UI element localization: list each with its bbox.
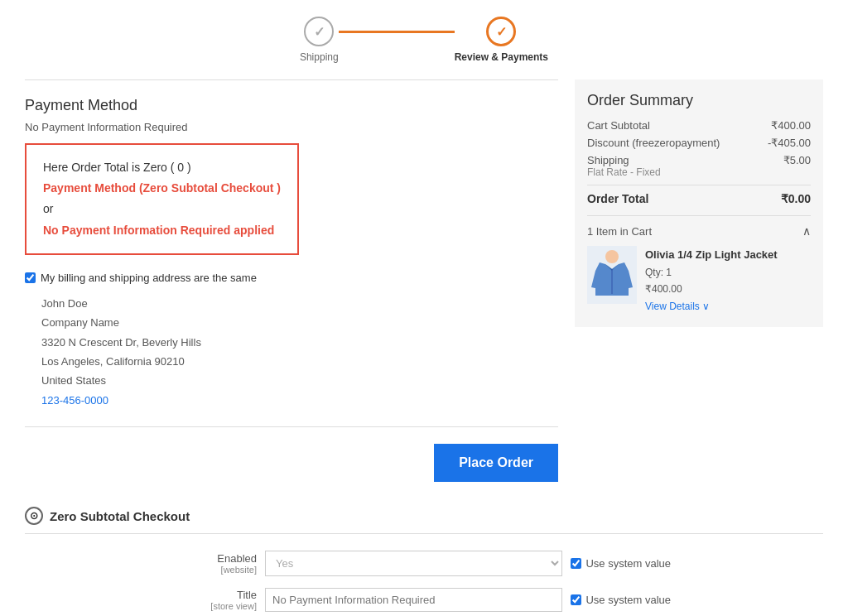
place-order-section: Place Order — [25, 426, 558, 482]
summary-divider — [587, 185, 811, 185]
shipping-label: Shipping — [300, 51, 339, 63]
progress-line — [339, 31, 455, 33]
address-name: John Doe — [41, 294, 558, 313]
review-circle: ✓ — [486, 17, 516, 46]
info-line2: Payment Method (Zero Subtotal Checkout ) — [43, 178, 281, 199]
config-row-enabled: Enabled [website] Yes No Use system valu… — [91, 551, 671, 576]
info-line1: Here Order Total is Zero ( 0 ) — [43, 157, 281, 178]
review-label: Review & Payments — [455, 51, 548, 63]
jacket-icon — [587, 246, 637, 304]
bottom-section: ⊙ Zero Subtotal Checkout Enabled [websit… — [0, 490, 848, 616]
config-control-enabled[interactable]: Yes No — [265, 551, 562, 576]
right-panel: Order Summary Cart Subtotal ₹400.00 Disc… — [575, 79, 823, 482]
enabled-select[interactable]: Yes No — [265, 551, 562, 576]
zero-subtotal-header: ⊙ Zero Subtotal Checkout — [25, 507, 823, 534]
cart-item-price: ₹400.00 — [645, 281, 778, 297]
config-control-title[interactable] — [265, 588, 562, 612]
order-total-row: Order Total ₹0.00 — [587, 192, 811, 205]
progress-step-shipping: ✓ Shipping — [300, 17, 339, 63]
system-value-enabled-checkbox[interactable] — [571, 558, 581, 569]
cart-subtotal-row: Cart Subtotal ₹400.00 — [587, 119, 811, 132]
no-payment-label: No Payment Information Required — [25, 121, 558, 133]
progress-step-review: ✓ Review & Payments — [455, 17, 548, 63]
order-total-label: Order Total — [587, 192, 648, 205]
config-label-enabled: Enabled [website] — [91, 552, 257, 575]
info-line3: or — [43, 199, 281, 219]
cart-count-label: 1 Item in Cart — [587, 225, 652, 238]
zero-subtotal-title: Zero Subtotal Checkout — [50, 509, 190, 523]
order-summary-title: Order Summary — [587, 92, 811, 109]
address-country: United States — [41, 371, 558, 390]
discount-label: Discount (freezeropayment) — [587, 137, 720, 149]
billing-checkbox-row[interactable]: My billing and shipping address are the … — [25, 272, 558, 284]
system-value-title-checkbox[interactable] — [571, 594, 581, 605]
cart-item-qty: Qty: 1 — [645, 264, 778, 281]
view-details-link[interactable]: View Details ∨ — [645, 301, 710, 312]
shipping-row: Shipping ₹5.00 Flat Rate - Fixed — [587, 154, 811, 178]
shipping-sub: Flat Rate - Fixed — [587, 166, 811, 178]
discount-value: -₹405.00 — [768, 137, 811, 149]
left-panel: Payment Method No Payment Information Re… — [25, 79, 558, 482]
main-container: Payment Method No Payment Information Re… — [0, 71, 848, 490]
shipping-value: ₹5.00 — [783, 154, 811, 166]
order-summary-box: Order Summary Cart Subtotal ₹400.00 Disc… — [575, 79, 823, 327]
config-label-title: Title [store view] — [91, 589, 257, 611]
checkout-progress: ✓ Shipping ✓ Review & Payments — [0, 0, 848, 71]
billing-checkbox[interactable] — [25, 272, 36, 283]
cart-item-image — [587, 246, 637, 304]
svg-point-2 — [605, 250, 619, 263]
cart-subtotal-value: ₹400.00 — [771, 119, 811, 132]
cart-item-name: Olivia 1/4 Zip Light Jacket — [645, 246, 778, 264]
address-phone[interactable]: 123-456-0000 — [41, 394, 108, 407]
collapse-icon[interactable]: ⊙ — [25, 507, 43, 525]
shipping-circle: ✓ — [304, 17, 334, 46]
address-city: Los Angeles, California 90210 — [41, 352, 558, 371]
cart-item-details: Olivia 1/4 Zip Light Jacket Qty: 1 ₹400.… — [645, 246, 778, 315]
discount-row: Discount (freezeropayment) -₹405.00 — [587, 137, 811, 149]
cart-subtotal-label: Cart Subtotal — [587, 119, 650, 132]
shipping-label: Shipping — [587, 154, 629, 166]
place-order-button[interactable]: Place Order — [434, 444, 558, 482]
system-value-title[interactable]: Use system value — [571, 594, 671, 606]
address-company: Company Name — [41, 313, 558, 332]
address-street: 3320 N Crescent Dr, Beverly Hills — [41, 333, 558, 352]
cart-item: Olivia 1/4 Zip Light Jacket Qty: 1 ₹400.… — [587, 246, 811, 315]
info-box: Here Order Total is Zero ( 0 ) Payment M… — [25, 143, 299, 255]
system-value-enabled[interactable]: Use system value — [571, 557, 671, 570]
cart-items-header[interactable]: 1 Item in Cart ∧ — [587, 215, 811, 238]
info-line4: No Payment Information Required applied — [43, 220, 281, 241]
chevron-up-icon[interactable]: ∧ — [802, 224, 811, 238]
config-form: Enabled [website] Yes No Use system valu… — [91, 551, 671, 616]
address-block: John Doe Company Name 3320 N Crescent Dr… — [25, 294, 558, 410]
title-input[interactable] — [265, 588, 562, 612]
config-row-title: Title [store view] Use system value — [91, 588, 671, 612]
billing-checkbox-label: My billing and shipping address are the … — [41, 272, 257, 284]
payment-method-title: Payment Method — [25, 97, 558, 114]
order-total-value: ₹0.00 — [781, 192, 811, 205]
